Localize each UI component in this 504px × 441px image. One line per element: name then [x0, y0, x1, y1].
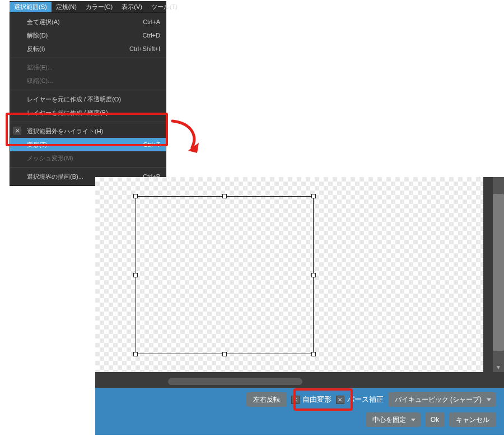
handle-e[interactable]: [311, 273, 316, 277]
menu-ruler[interactable]: 定規(N): [52, 2, 81, 12]
handle-sw[interactable]: [133, 352, 138, 356]
transform-bounding-box[interactable]: [136, 196, 314, 354]
horizontal-scrollbar[interactable]: [95, 374, 504, 389]
menu-deselect[interactable]: 解除(D) Ctrl+D: [10, 29, 166, 42]
cancel-button[interactable]: キャンセル: [449, 412, 496, 427]
menu-color[interactable]: カラー(C): [81, 2, 117, 12]
menu-item-shortcut: Ctrl+A: [143, 18, 160, 25]
menu-item-shortcut: Ctrl+Shift+I: [129, 45, 160, 52]
annotation-arrow-icon: [167, 117, 206, 156]
menu-from-layer-opacity[interactable]: レイヤーを元に作成 / 不透明度(O): [10, 92, 166, 106]
annotation-highlight-box: [293, 388, 353, 411]
handle-nw[interactable]: [133, 194, 138, 198]
menu-expand[interactable]: 拡張(E)...: [10, 61, 166, 74]
menu-contract[interactable]: 収縮(C)...: [10, 74, 166, 87]
transform-toolbar: 左右反転 ✕ 自由変形 ✕ パース補正 バイキュービック (シャープ) 中心を固…: [95, 388, 504, 435]
fix-center-dropdown[interactable]: 中心を固定: [366, 412, 421, 427]
menu-bar[interactable]: 選択範囲(S) 定規(N) カラー(C) 表示(V) ツール(T): [10, 1, 166, 12]
selection-dropdown: 全て選択(A) Ctrl+A 解除(D) Ctrl+D 反転(I) Ctrl+S…: [10, 12, 166, 186]
menu-tool[interactable]: ツール(T): [147, 2, 182, 12]
ok-button[interactable]: Ok: [425, 412, 445, 427]
scrollbar-thumb[interactable]: [168, 378, 302, 385]
menu-separator: [10, 167, 166, 168]
handle-s[interactable]: [222, 352, 227, 356]
canvas[interactable]: [95, 177, 483, 372]
menu-item-label: 解除(D): [27, 31, 48, 40]
scrollbar-thumb[interactable]: [493, 194, 504, 351]
handle-w[interactable]: [133, 273, 138, 277]
menu-item-label: 収縮(C)...: [27, 77, 53, 85]
vertical-scrollbar[interactable]: ▼: [493, 177, 504, 372]
flip-horizontal-button[interactable]: 左右反転: [246, 392, 287, 407]
menu-select-all[interactable]: 全て選択(A) Ctrl+A: [10, 15, 166, 29]
menu-item-label: 拡張(E)...: [27, 63, 53, 72]
menu-separator: [10, 58, 166, 58]
menu-item-label: メッシュ変形(M): [27, 154, 73, 163]
menu-item-label: レイヤーを元に作成 / 不透明度(O): [27, 95, 121, 104]
annotation-highlight-box: [6, 113, 168, 146]
scroll-down-icon[interactable]: ▼: [494, 364, 503, 372]
menu-item-shortcut: Ctrl+D: [143, 32, 160, 39]
editor-window: ▼ 左右反転 ✕ 自由変形 ✕ パース補正 バイキュービック (シャープ) 中心…: [95, 177, 504, 435]
menu-item-label: 選択境界の描画(B)...: [27, 173, 83, 181]
menu-item-label: 反転(I): [27, 45, 45, 53]
menu-item-label: 全て選択(A): [27, 18, 60, 26]
handle-se[interactable]: [311, 352, 316, 356]
handle-n[interactable]: [222, 194, 227, 198]
interpolation-dropdown[interactable]: バイキュービック (シャープ): [388, 392, 496, 407]
canvas-area: [95, 177, 487, 379]
menu-separator: [10, 90, 166, 90]
menu-selection[interactable]: 選択範囲(S): [10, 2, 52, 12]
menu-mesh-transform[interactable]: メッシュ変形(M): [10, 151, 166, 165]
menu-invert[interactable]: 反転(I) Ctrl+Shift+I: [10, 42, 166, 55]
handle-ne[interactable]: [311, 194, 316, 198]
menu-view[interactable]: 表示(V): [117, 2, 147, 12]
